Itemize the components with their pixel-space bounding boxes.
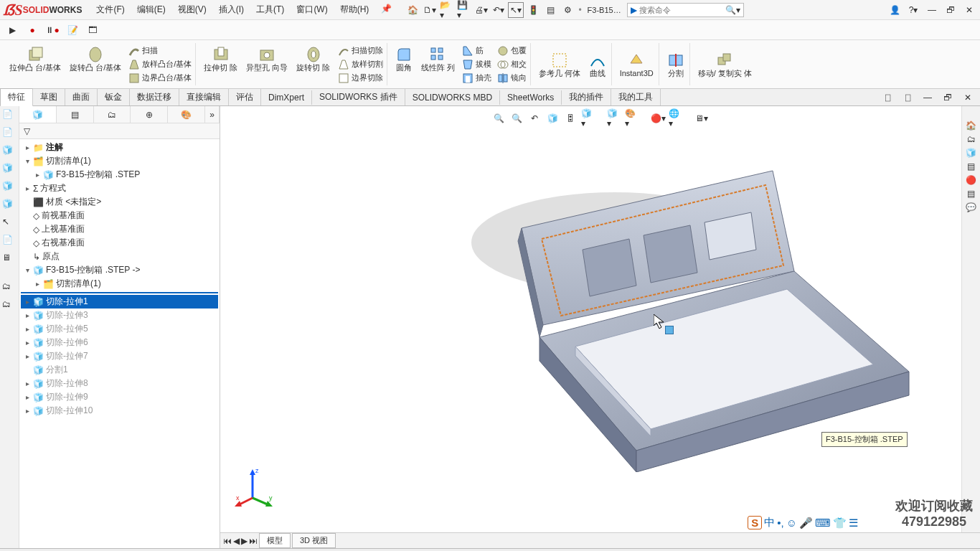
taskpane-appear-icon[interactable]: 🔴 xyxy=(966,175,976,185)
zoom-area-icon[interactable]: 🔍 xyxy=(509,110,524,126)
tab-nav-first-icon[interactable]: ⏮ xyxy=(223,536,232,546)
tree-tab-dimxpert[interactable]: ⊕ xyxy=(131,106,168,123)
help-icon[interactable]: ?▾ xyxy=(905,2,921,18)
rib-button[interactable]: 筋 xyxy=(461,44,493,57)
menu-view[interactable]: 视图(V) xyxy=(172,1,212,18)
taskpane-custom-icon[interactable]: ▤ xyxy=(967,189,975,199)
tab-sheetmetal[interactable]: 钣金 xyxy=(98,89,130,105)
boundary-boss-button[interactable]: 边界凸台/基体 xyxy=(127,72,193,85)
rebuild-icon[interactable]: 🚦 xyxy=(525,2,541,18)
curves-button[interactable]: 曲线 xyxy=(586,50,609,79)
tree-top-plane[interactable]: ◇上视基准面 xyxy=(21,222,218,236)
tab-sw-mbd[interactable]: SOLIDWORKS MBD xyxy=(405,90,500,105)
menu-file[interactable]: 文件(F) xyxy=(90,1,130,18)
tree-tab-property[interactable]: ▤ xyxy=(57,106,94,123)
revolve-boss-button[interactable]: 旋转凸 台/基体 xyxy=(67,44,124,85)
linear-pattern-button[interactable]: 线性阵 列 xyxy=(418,44,458,85)
doc-minimize-icon[interactable]: — xyxy=(920,90,936,105)
lsb-icon-2[interactable]: 📄 xyxy=(2,127,17,141)
pin-icon[interactable]: 📌 xyxy=(375,1,397,18)
boundary-cut-button[interactable]: 边界切除 xyxy=(336,72,385,85)
close-button[interactable]: ✕ xyxy=(961,2,977,18)
user-icon[interactable]: 👤 xyxy=(887,2,903,18)
search-icon[interactable]: 🔍▾ xyxy=(725,5,740,15)
sweep-boss-button[interactable]: 扫描 xyxy=(127,44,193,57)
new-icon[interactable]: 🗋▾ xyxy=(422,2,438,18)
tab-sw-addins[interactable]: SOLIDWORKS 插件 xyxy=(312,89,405,105)
tree-origin[interactable]: ↳原点 xyxy=(21,250,218,263)
filter-icon[interactable]: ▽ xyxy=(24,126,30,136)
tree-step-file[interactable]: ▸🧊F3-B15-控制箱 .STEP xyxy=(21,168,218,182)
extrude-boss-button[interactable]: 拉伸凸 台/基体 xyxy=(6,44,64,85)
lsb-icon-3[interactable]: 🧊 xyxy=(2,145,17,159)
lsb-icon-9[interactable]: 🖥 xyxy=(2,253,17,267)
restore-button[interactable]: 🗗 xyxy=(943,2,958,18)
tab-nav-last-icon[interactable]: ⏭ xyxy=(249,536,258,546)
tree-imported-body[interactable]: ▾🧊F3-B15-控制箱 .STEP -> xyxy=(21,263,218,277)
menu-insert[interactable]: 插入(I) xyxy=(213,1,250,18)
tree-front-plane[interactable]: ◇前视基准面 xyxy=(21,209,218,222)
menu-tools[interactable]: 工具(T) xyxy=(250,1,290,18)
doc-restore-icon[interactable]: 🗗 xyxy=(940,90,956,105)
prev-view-icon[interactable]: ↶ xyxy=(527,110,542,126)
tree-cut-extrude-6[interactable]: ▸🧊切除-拉伸6 xyxy=(21,336,218,349)
tree-cut-extrude-3[interactable]: ▸🧊切除-拉伸3 xyxy=(21,309,218,322)
macro-record-icon[interactable]: ● xyxy=(24,22,40,38)
display-style-icon[interactable]: 🧊▾ xyxy=(580,110,596,126)
hide-show-icon[interactable]: 🧊▾ xyxy=(606,110,622,126)
tab-nav-next-icon[interactable]: ▶ xyxy=(241,536,248,546)
tab-direct-editing[interactable]: 直接编辑 xyxy=(179,89,229,105)
apply-scene-icon[interactable]: 🔴▾ xyxy=(650,110,666,126)
lsb-icon-10[interactable]: 🗂 xyxy=(2,281,17,296)
ime-toolbar[interactable]: S 中•,☺🎤⌨👕☰ xyxy=(748,516,858,529)
tree-tab-display[interactable]: 🎨 xyxy=(168,106,205,123)
sweep-cut-button[interactable]: 扫描切除 xyxy=(336,44,385,57)
taskpane-forum-icon[interactable]: 💬 xyxy=(966,202,976,212)
bottom-tab-model[interactable]: 模型 xyxy=(259,533,291,548)
save-icon[interactable]: 💾▾ xyxy=(456,2,472,18)
fillet-button[interactable]: 圆角 xyxy=(392,44,415,85)
lsb-icon-5[interactable]: 🧊 xyxy=(2,181,17,195)
expand-right-icon[interactable]: ⎕ xyxy=(900,90,915,105)
tree-split-1[interactable]: 🧊分割1 xyxy=(21,363,218,377)
tab-data-migration[interactable]: 数据迁移 xyxy=(130,89,179,105)
lsb-icon-7[interactable]: ↖ xyxy=(2,217,17,231)
tree-cut-extrude-9[interactable]: ▸🧊切除-拉伸9 xyxy=(21,390,218,404)
undo-icon[interactable]: ↶▾ xyxy=(491,2,507,18)
view-settings-icon[interactable]: 🌐▾ xyxy=(668,110,684,126)
view-orientation-icon[interactable]: 🎛 xyxy=(562,110,578,126)
search-input[interactable] xyxy=(639,6,725,14)
hole-wizard-button[interactable]: 异型孔 向导 xyxy=(243,44,291,85)
tree-tab-more[interactable]: » xyxy=(205,106,220,123)
tree-tab-config[interactable]: 🗂 xyxy=(94,106,131,123)
tab-my-tools[interactable]: 我的工具 xyxy=(611,89,661,105)
doc-close-icon[interactable]: ✕ xyxy=(960,90,976,105)
loft-boss-button[interactable]: 放样凸台/基体 xyxy=(127,58,193,71)
mirror-button[interactable]: 镜向 xyxy=(496,72,528,85)
macro-play-icon[interactable]: ▶ xyxy=(4,22,20,38)
menu-edit[interactable]: 编辑(E) xyxy=(131,1,171,18)
view-settings2-icon[interactable]: 🖥▾ xyxy=(694,110,710,126)
tab-nav-prev-icon[interactable]: ◀ xyxy=(233,536,240,546)
tree-tab-feature[interactable]: 🧊 xyxy=(19,106,57,123)
macro-edit-icon[interactable]: 📝 xyxy=(65,22,80,38)
tab-sheetworks[interactable]: SheetWorks xyxy=(500,90,562,105)
lsb-icon-8[interactable]: 📄 xyxy=(2,235,17,249)
tree-right-plane[interactable]: ◇右视基准面 xyxy=(21,236,218,250)
tree-cut-extrude-5[interactable]: ▸🧊切除-拉伸5 xyxy=(21,322,218,336)
graphics-viewport[interactable]: 🔍 🔍 ↶ 🧊 🎛 🧊▾ 🧊▾ 🎨▾ 🔴▾ 🌐▾ 🖥▾ xyxy=(220,106,980,548)
expand-left-icon[interactable]: ⎕ xyxy=(880,90,895,105)
intersect-button[interactable]: 相交 xyxy=(496,58,528,71)
minimize-button[interactable]: — xyxy=(924,2,940,18)
taskpane-design-icon[interactable]: 🗂 xyxy=(967,134,976,144)
tree-cut-extrude-8[interactable]: ▸🧊切除-拉伸8 xyxy=(21,377,218,390)
tree-annotations[interactable]: ▸📁注解 xyxy=(21,141,218,154)
section-view-icon[interactable]: 🧊 xyxy=(545,110,560,126)
edit-appearance-icon[interactable]: 🎨▾ xyxy=(624,110,640,126)
taskpane-home-icon[interactable]: 🏠 xyxy=(966,121,976,131)
lsb-icon-4[interactable]: 🧊 xyxy=(2,163,17,177)
revolve-cut-button[interactable]: 旋转切 除 xyxy=(293,44,333,85)
open-icon[interactable]: 📂▾ xyxy=(439,2,455,18)
bottom-tab-3dview[interactable]: 3D 视图 xyxy=(292,533,336,548)
tree-cutlist-2[interactable]: ▸🗂️切割清单(1) xyxy=(21,277,218,291)
